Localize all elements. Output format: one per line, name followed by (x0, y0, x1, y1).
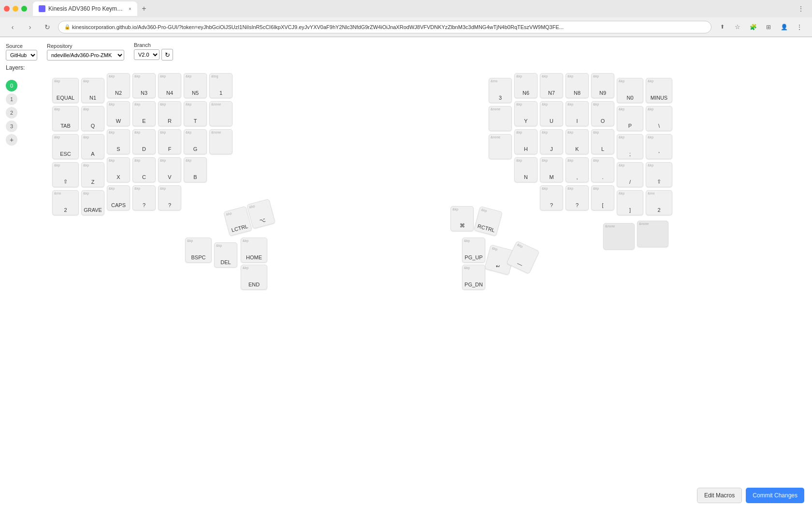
extension-icon[interactable]: 🧩 (746, 20, 760, 34)
key-empty[interactable]: &none (489, 134, 512, 159)
key-D[interactable]: &kpD (132, 129, 156, 154)
profile-icon[interactable]: 👤 (777, 20, 791, 34)
fullscreen-traffic-light[interactable] (21, 6, 27, 12)
address-bar[interactable]: 🔒 kinesiscorporation.github.io/Adv360-Pr… (58, 21, 711, 33)
share-icon[interactable]: ⬆ (715, 20, 729, 34)
key-F[interactable]: &kpF (158, 129, 181, 154)
key-_[interactable]: &kp⇧ (646, 162, 672, 187)
sidebar-icon[interactable]: ⊞ (762, 20, 775, 34)
key-3[interactable]: &mo3 (489, 78, 512, 103)
key-_[interactable]: &kp? (158, 185, 181, 210)
new-tab-button[interactable]: + (137, 2, 151, 15)
key-_[interactable]: &kp/ (617, 162, 643, 187)
key-PG_DN[interactable]: &kpPG_DN (462, 265, 485, 290)
key-_[interactable]: &kp; (617, 134, 643, 159)
key-N8[interactable]: &kpN8 (566, 73, 589, 98)
key-PG_UP[interactable]: &kpPG_UP (462, 238, 485, 263)
key-N0[interactable]: &kpN0 (617, 78, 643, 103)
key-V[interactable]: &kpV (158, 157, 181, 182)
key-X[interactable]: &kpX (107, 157, 130, 182)
key-A[interactable]: &kpA (81, 134, 104, 159)
key-_[interactable]: &kp\ (646, 106, 672, 131)
key-N4[interactable]: &kpN4 (158, 73, 181, 98)
layer-button-0[interactable]: 0 (6, 80, 17, 91)
key-Y[interactable]: &kpY (514, 101, 537, 126)
key-_[interactable]: &kp⌥ (246, 199, 276, 229)
layer-add-button[interactable]: + (6, 134, 17, 146)
key-GRAVE[interactable]: &kpGRAVE (81, 190, 104, 215)
key-TAB[interactable]: &kpTAB (52, 106, 79, 131)
layer-button-1[interactable]: 1 (6, 93, 17, 105)
key-DEL[interactable]: &kpDEL (214, 242, 237, 268)
key-_[interactable]: &kp? (566, 185, 589, 210)
refresh-branch-button[interactable]: ↻ (161, 49, 173, 60)
key-_[interactable]: &kp? (132, 185, 156, 210)
minimize-traffic-light[interactable] (13, 6, 18, 12)
tab-close-button[interactable]: × (129, 6, 131, 12)
key-MINUS[interactable]: &kpMINUS (646, 78, 672, 103)
bookmark-icon[interactable]: ☆ (731, 20, 744, 34)
key-empty[interactable]: &none (209, 101, 232, 126)
key-N7[interactable]: &kpN7 (540, 73, 563, 98)
browser-more-icon[interactable]: ⋮ (793, 20, 806, 34)
key-E[interactable]: &kpE (132, 101, 156, 126)
key-_[interactable]: &kp, (566, 157, 589, 182)
key-END[interactable]: &kpEND (241, 265, 267, 290)
branch-select[interactable]: V2.0 (134, 49, 160, 60)
key-_[interactable]: &kp— (506, 240, 539, 274)
key-BSPC[interactable]: &kpBSPC (185, 238, 212, 263)
key-P[interactable]: &kpP (617, 106, 643, 131)
key-Q[interactable]: &kpQ (81, 106, 104, 131)
key-CAPS[interactable]: &kpCAPS (107, 185, 130, 210)
refresh-button[interactable]: ↻ (41, 20, 54, 34)
key-W[interactable]: &kpW (107, 101, 130, 126)
forward-button[interactable]: › (23, 20, 37, 34)
browser-menu-icon[interactable]: ⋮ (798, 5, 804, 13)
key-K[interactable]: &kpK (566, 129, 589, 154)
key-J[interactable]: &kpJ (540, 129, 563, 154)
key-HOME[interactable]: &kpHOME (241, 238, 267, 263)
layer-button-2[interactable]: 2 (6, 107, 17, 119)
key-EQUAL[interactable]: &kpEQUAL (52, 78, 79, 103)
key-B[interactable]: &kpB (184, 157, 207, 182)
key-N2[interactable]: &kpN2 (107, 73, 130, 98)
key-M[interactable]: &kpM (540, 157, 563, 182)
key-L[interactable]: &kpL (591, 129, 614, 154)
key-extra[interactable]: &none (637, 221, 668, 247)
source-select[interactable]: GitHub (6, 50, 37, 60)
key-_[interactable]: &kp. (591, 157, 614, 182)
key-RCTRL[interactable]: &kpRCTRL (474, 206, 503, 237)
key-N1[interactable]: &kpN1 (81, 78, 104, 103)
key-2[interactable]: &mo2 (52, 190, 79, 215)
key-N9[interactable]: &kpN9 (591, 73, 614, 98)
key-S[interactable]: &kpS (107, 129, 130, 154)
close-traffic-light[interactable] (4, 6, 10, 12)
key-G[interactable]: &kpG (184, 129, 207, 154)
key-_[interactable]: &kp[ (591, 185, 614, 210)
key-ESC[interactable]: &kpESC (52, 134, 79, 159)
key-_[interactable]: &kp? (540, 185, 563, 210)
key-C[interactable]: &kpC (132, 157, 156, 182)
back-button[interactable]: ‹ (6, 20, 19, 34)
active-tab[interactable]: Kinesis ADV360 Pro Keymap E × (33, 1, 137, 16)
key-R[interactable]: &kpR (158, 101, 181, 126)
repository-select[interactable]: ndeville/Adv360-Pro-ZMK (47, 50, 124, 60)
key-_[interactable]: &kp] (617, 190, 643, 215)
key-I[interactable]: &kpI (566, 101, 589, 126)
key-N[interactable]: &kpN (514, 157, 537, 182)
key-T[interactable]: &kpT (184, 101, 207, 126)
key-extra[interactable]: &none (603, 223, 635, 250)
key-N3[interactable]: &kpN3 (132, 73, 156, 98)
layer-button-3[interactable]: 3 (6, 120, 17, 132)
key-U[interactable]: &kpU (540, 101, 563, 126)
key-Z[interactable]: &kpZ (81, 162, 104, 187)
key-N5[interactable]: &kpN5 (184, 73, 207, 98)
key-_[interactable]: &kp⇧ (52, 162, 79, 187)
key-2[interactable]: &mo2 (646, 190, 672, 215)
key-1[interactable]: &tog1 (209, 73, 232, 98)
commit-changes-button[interactable]: Commit Changes (746, 488, 804, 503)
key-empty[interactable]: &none (489, 106, 512, 131)
key-O[interactable]: &kpO (591, 101, 614, 126)
key-empty[interactable]: &none (209, 129, 232, 154)
key-_[interactable]: &kp' (646, 134, 672, 159)
